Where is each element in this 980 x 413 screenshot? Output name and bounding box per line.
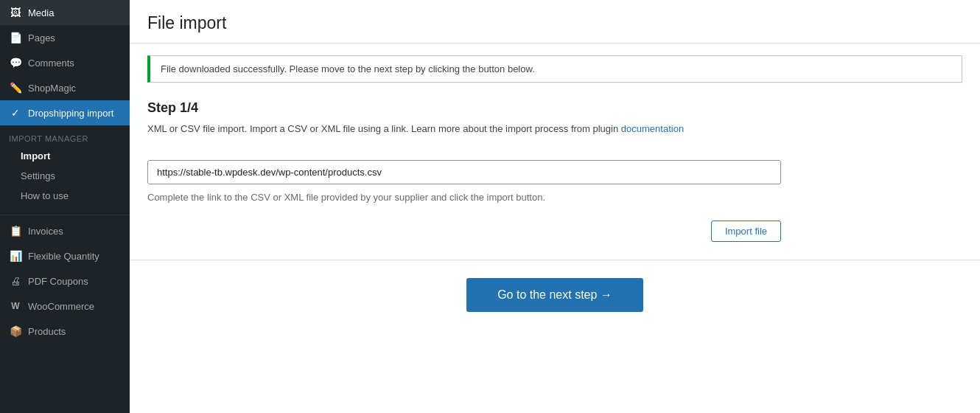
- import-button-row: Import file: [130, 215, 799, 242]
- sidebar-item-woocommerce[interactable]: W WooCommerce: [0, 294, 130, 319]
- sidebar-item-comments[interactable]: 💬 Comments: [0, 50, 130, 75]
- sidebar: 🖼 Media 📄 Pages 💬 Comments ✏️ ShopMagic …: [0, 0, 130, 413]
- sidebar-item-media[interactable]: 🖼 Media: [0, 0, 130, 25]
- pages-icon: 📄: [9, 31, 22, 44]
- invoices-icon: 📋: [9, 224, 22, 237]
- shopmagic-icon: ✏️: [9, 81, 22, 94]
- page-header: File import: [130, 0, 980, 44]
- sidebar-item-label: WooCommerce: [28, 301, 94, 312]
- sidebar-item-pdf-coupons[interactable]: 🖨 PDF Coupons: [0, 268, 130, 294]
- content-area: File import File downloaded successfully…: [130, 0, 980, 413]
- page-title: File import: [147, 13, 962, 34]
- sidebar-item-label: PDF Coupons: [28, 276, 88, 287]
- sidebar-item-label: Flexible Quantity: [28, 251, 99, 262]
- main-content: File import File downloaded successfully…: [130, 0, 980, 413]
- sidebar-item-label: Comments: [28, 58, 74, 69]
- sidebar-subitem-label: Settings: [21, 170, 55, 181]
- step-title: Step 1/4: [130, 94, 980, 122]
- import-file-button[interactable]: Import file: [711, 221, 781, 242]
- comments-icon: 💬: [9, 56, 22, 69]
- url-input[interactable]: [147, 160, 781, 184]
- sidebar-item-label: ShopMagic: [28, 83, 76, 94]
- media-icon: 🖼: [9, 6, 22, 19]
- sidebar-item-label: Dropshipping import: [28, 108, 113, 119]
- flexible-quantity-icon: 📊: [9, 249, 22, 263]
- sidebar-subitem-how-to-use[interactable]: How to use: [0, 186, 130, 206]
- sidebar-item-label: Products: [28, 326, 66, 337]
- step-description-text: XML or CSV file import. Import a CSV or …: [147, 123, 618, 134]
- sidebar-item-label: Invoices: [28, 226, 63, 237]
- sidebar-item-dropshipping[interactable]: ✓ Dropshipping import: [0, 100, 130, 125]
- products-icon: 📦: [9, 324, 22, 338]
- dropshipping-icon: ✓: [9, 106, 22, 119]
- sidebar-item-invoices[interactable]: 📋 Invoices: [0, 218, 130, 243]
- sidebar-item-products[interactable]: 📦 Products: [0, 319, 130, 344]
- sidebar-item-label: Pages: [28, 32, 55, 44]
- sidebar-item-flexible-quantity[interactable]: 📊 Flexible Quantity: [0, 243, 130, 268]
- step-description: XML or CSV file import. Import a CSV or …: [130, 122, 980, 149]
- sidebar-subitem-label: Import: [21, 150, 50, 162]
- success-notice: File downloaded successfully. Please mov…: [147, 55, 962, 83]
- woocommerce-icon: W: [9, 299, 22, 313]
- import-manager-section: Import Manager: [0, 125, 130, 146]
- pdf-coupons-icon: 🖨: [9, 274, 22, 288]
- next-step-button[interactable]: Go to the next step →: [466, 278, 643, 312]
- documentation-link[interactable]: documentation: [621, 123, 684, 134]
- import-form-area: Complete the link to the CSV or XML file…: [130, 148, 980, 215]
- next-step-row: Go to the next step →: [130, 260, 980, 330]
- success-message: File downloaded successfully. Please mov…: [161, 63, 535, 74]
- sidebar-subitem-label: How to use: [21, 190, 69, 201]
- sidebar-item-label: Media: [28, 7, 54, 18]
- sidebar-item-pages[interactable]: 📄 Pages: [0, 25, 130, 50]
- sidebar-subitem-import[interactable]: Import: [0, 146, 130, 166]
- sidebar-item-shopmagic[interactable]: ✏️ ShopMagic: [0, 75, 130, 100]
- hint-text: Complete the link to the CSV or XML file…: [147, 192, 962, 203]
- sidebar-subitem-settings[interactable]: Settings: [0, 166, 130, 186]
